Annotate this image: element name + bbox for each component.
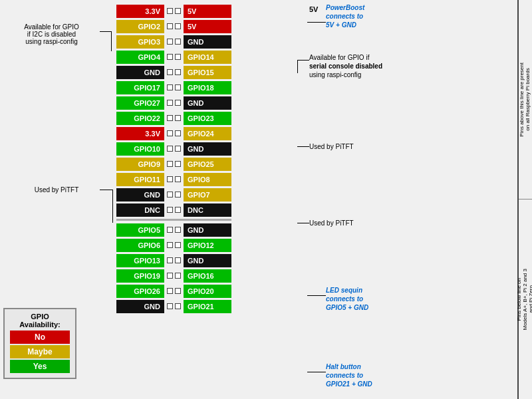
table-row: DNCDNC [116,203,231,217]
left-pin-label: GND [116,300,164,313]
vertical-labels: Pins above this line are present on all … [517,0,532,399]
table-row: GPIO19GPIO16 [116,269,231,283]
pin-dot [175,146,181,152]
pin-dot [175,84,181,90]
pin-dot [175,273,181,279]
pin-dots [164,39,184,45]
pin-dots [164,161,184,167]
pin-dot [167,115,173,121]
left-pin-label: GPIO26 [116,285,164,298]
table-row: 3.3V5V [116,4,231,18]
vert-top-block: Pins above this line are present on all … [519,0,532,200]
table-row: GNDGPIO15 [116,65,231,79]
pin-dot [167,176,173,182]
pin-dot [175,303,181,309]
pin-dot [167,39,173,45]
right-pin-label: GPIO8 [184,173,231,186]
table-row: GPIO4GPIO14 [116,50,231,64]
pin-dot [175,242,181,248]
right-pin-label: GPIO24 [184,127,231,140]
right-pin-label: GPIO15 [184,66,231,79]
annotation-5v-label: 5V [309,5,318,13]
left-pin-label: 3.3V [116,127,164,140]
table-row: GPIO17GPIO18 [116,80,231,94]
left-pin-label: GPIO3 [116,35,164,49]
pin-dot [175,39,181,45]
pin-dot [175,207,181,213]
pin-dot [167,303,173,309]
left-pin-label: GPIO19 [116,269,164,283]
pin-dot [167,192,173,198]
pin-dots [164,273,184,279]
pin-dot [167,242,173,248]
pin-dots [164,207,184,213]
upper-gpio-section: 3.3V5VGPIO25VGPIO3GNDGPIO4GPIO14GNDGPIO1… [116,3,231,217]
table-row: GNDGPIO21 [116,299,231,313]
right-pin-label: GPIO7 [184,188,231,201]
pin-dots [164,227,184,233]
pin-dots [164,176,184,182]
table-row: GPIO26GPIO20 [116,284,231,298]
pin-dot [167,54,173,60]
right-pin-label: GPIO21 [184,300,231,313]
pin-dot [175,192,181,198]
pin-dots [164,115,184,121]
right-pin-label: GPIO23 [184,112,231,125]
pin-dot [167,8,173,14]
left-pin-label: GPIO13 [116,254,164,267]
right-pin-label: GPIO16 [184,269,231,283]
right-pin-label: GPIO14 [184,51,231,64]
pin-dots [164,242,184,248]
table-row: GPIO9GPIO25 [116,157,231,171]
pin-dot [167,100,173,106]
pin-dots [164,288,184,294]
pin-dot [175,115,181,121]
gpio-table: 3.3V5VGPIO25VGPIO3GNDGPIO4GPIO14GNDGPIO1… [116,3,231,314]
table-row: GPIO25V [116,19,231,33]
right-pin-label: 5V [184,5,231,18]
right-pin-label: GND [184,142,231,156]
table-row: GPIO10GND [116,142,231,156]
pin-dots [164,8,184,14]
vert-bottom-text: Pins below line on Models A+, B+, Pi 2 a… [517,269,532,331]
left-pin-label: GPIO17 [116,81,164,94]
right-pin-label: GPIO12 [184,239,231,252]
left-pin-label: GPIO10 [116,142,164,156]
table-row: GPIO3GND [116,35,231,49]
right-pin-label: GND [184,254,231,267]
annotation-right-pitft2: Used by PiTFT [309,219,354,227]
pin-dot [167,227,173,233]
table-row: GPIO13GND [116,253,231,267]
vert-top-text: Pins above this line are present on all … [519,63,531,137]
annotation-serial: Available for GPIO ifserial console disa… [309,53,382,79]
pin-dots [164,84,184,90]
right-pin-label: DNC [184,203,231,217]
pin-dot [167,69,173,75]
annotation-right-pitft1: Used by PiTFT [309,143,354,150]
annotation-halt: Halt button connects to GPIO21 + GND [326,362,372,388]
left-pin-label: GND [116,188,164,201]
pin-dots [164,303,184,309]
left-pin-label: DNC [116,203,164,217]
pin-dots [164,100,184,106]
vert-bottom-block: Pins below line on Models A+, B+, Pi 2 a… [519,200,532,399]
lower-gpio-section: GPIO5GNDGPIO6GPIO12GPIO13GNDGPIO19GPIO16… [116,222,231,314]
right-pin-label: GND [184,35,231,49]
left-pin-label: GPIO27 [116,96,164,110]
pin-dot [175,69,181,75]
pin-dot [175,100,181,106]
right-pin-label: GPIO25 [184,158,231,171]
table-row: GPIO22GPIO23 [116,111,231,125]
pin-dot [175,8,181,14]
main-layout: 3.3V5VGPIO25VGPIO3GNDGPIO4GPIO14GNDGPIO1… [0,0,532,399]
right-pin-label: 5V [184,20,231,33]
table-row: 3.3VGPIO24 [116,126,231,140]
pin-dots [164,146,184,152]
pin-dot [175,161,181,167]
table-row: GPIO6GPIO12 [116,238,231,252]
pin-dot [175,130,181,136]
left-pin-label: GPIO11 [116,173,164,186]
annotation-powerboost: PowerBoost connects to 5V + GND [326,3,364,29]
right-pin-label: GPIO18 [184,81,231,94]
table-row: GNDGPIO7 [116,188,231,201]
